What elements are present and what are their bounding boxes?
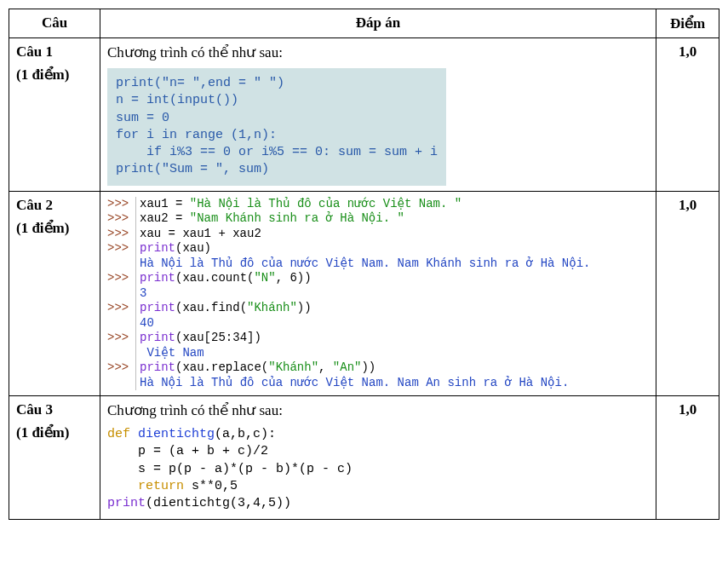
code-token: print	[140, 301, 175, 314]
code-token: print	[140, 360, 175, 374]
question-sub: (1 điểm)	[16, 66, 93, 84]
header-diem: Điểm	[656, 9, 719, 38]
question-title: Câu 2	[16, 197, 93, 214]
shell-prompt: >>>	[107, 301, 136, 316]
cell-answer: Chương trình có thể như sau: print("n= "…	[100, 38, 656, 192]
header-dapan: Đáp án	[100, 9, 656, 38]
cell-question-label: Câu 2 (1 điểm)	[9, 191, 100, 396]
shell-prompt	[107, 376, 136, 391]
question-title: Câu 1	[16, 43, 93, 61]
code-token: ,	[318, 360, 333, 374]
answer-table: Câu Đáp án Điểm Câu 1 (1 điểm) Chương tr…	[9, 9, 719, 520]
shell-line: >>>xau = xau1 + xau2	[107, 227, 649, 242]
shell-code: print(xau.count("N", 6))	[136, 271, 312, 286]
code-token: (xau[25:34])	[175, 331, 261, 344]
code-line: p = (a + b + c)/2	[107, 443, 649, 460]
code-token: print	[140, 241, 175, 255]
code-token: , 6))	[276, 271, 312, 285]
shell-code: Hà Nội là Thủ đô của nước Việt Nam. Nam …	[136, 376, 569, 391]
shell-code: xau = xau1 + xau2	[136, 227, 261, 242]
header-cau: Câu	[9, 9, 100, 38]
shell-code: 3	[136, 286, 146, 302]
question-sub: (1 điểm)	[16, 424, 93, 441]
cell-question-label: Câu 1 (1 điểm)	[9, 38, 100, 192]
code-line: print(dientichtg(3,4,5))	[107, 495, 649, 512]
shell-prompt	[107, 256, 136, 272]
code-token: dientichtg	[138, 427, 215, 441]
code-token: Việt Nam	[140, 346, 204, 360]
table-row: Câu 1 (1 điểm) Chương trình có thể như s…	[9, 38, 719, 192]
shell-code: print(xau.find("Khánh"))	[136, 301, 312, 316]
code-token: "Khánh"	[247, 301, 297, 314]
shell-prompt: >>>	[107, 360, 136, 376]
shell-prompt: >>>	[107, 197, 136, 212]
answer-intro: Chương trình có thể như sau:	[107, 401, 649, 419]
shell-line: >>>print(xau.replace("Khánh", "An"))	[107, 360, 649, 376]
python-shell-block: >>>xau1 = "Hà Nội là Thủ đô của nước Việ…	[107, 197, 649, 391]
code-token: print	[140, 271, 175, 285]
shell-code: xau1 = "Hà Nội là Thủ đô của nước Việt N…	[136, 197, 461, 212]
shell-line: Hà Nội là Thủ đô của nước Việt Nam. Nam …	[107, 376, 649, 391]
code-token: Hà Nội là Thủ đô của nước Việt Nam. Nam …	[140, 256, 591, 270]
shell-code: Việt Nam	[136, 346, 204, 361]
code-token: (xau.count(	[175, 271, 254, 285]
code-token: s = p(p - a)*(p - b)*(p - c)	[107, 462, 353, 476]
code-token: "N"	[254, 271, 275, 285]
code-token: s**0,5	[184, 479, 238, 493]
code-token: print	[107, 496, 146, 510]
code-token: xau = xau1 + xau2	[140, 227, 261, 240]
code-block: print("n= ",end = " ") n = int(input()) …	[107, 68, 446, 186]
table-row: Câu 2 (1 điểm) >>>xau1 = "Hà Nội là Thủ …	[9, 191, 719, 396]
shell-prompt: >>>	[107, 227, 136, 242]
shell-line: 40	[107, 316, 649, 331]
shell-line: >>>print(xau[25:34])	[107, 331, 649, 346]
shell-code: print(xau)	[136, 241, 211, 256]
code-token: (a,b,c):	[215, 427, 276, 441]
shell-prompt: >>>	[107, 331, 136, 346]
code-token: 3	[140, 286, 146, 300]
code-token: xau2 =	[140, 211, 190, 225]
code-token: "Khánh"	[268, 360, 318, 374]
cell-question-label: Câu 3 (1 điểm)	[9, 396, 100, 520]
shell-prompt	[107, 316, 136, 331]
shell-line: >>>xau1 = "Hà Nội là Thủ đô của nước Việ…	[107, 197, 649, 212]
code-line: def dientichtg(a,b,c):	[107, 426, 649, 443]
cell-score: 1,0	[656, 396, 719, 520]
shell-line: Hà Nội là Thủ đô của nước Việt Nam. Nam …	[107, 256, 649, 272]
shell-prompt: >>>	[107, 211, 136, 227]
code-line: return s**0,5	[107, 478, 649, 495]
code-token: (dientichtg(3,4,5))	[146, 496, 291, 510]
code-block: def dientichtg(a,b,c): p = (a + b + c)/2…	[107, 424, 649, 514]
shell-line: >>>print(xau.count("N", 6))	[107, 271, 649, 286]
code-token: (xau.replace(	[175, 360, 268, 374]
code-token: ))	[361, 360, 375, 374]
code-token: def	[107, 427, 130, 441]
code-token: "Nam Khánh sinh ra ở Hà Nội. "	[190, 211, 404, 225]
shell-line: Việt Nam	[107, 346, 649, 361]
question-sub: (1 điểm)	[16, 219, 93, 237]
table-row: Câu 3 (1 điểm) Chương trình có thể như s…	[9, 396, 719, 520]
shell-code: print(xau[25:34])	[136, 331, 261, 346]
cell-answer: Chương trình có thể như sau: def dientic…	[100, 396, 656, 520]
code-token: (xau.find(	[175, 301, 247, 314]
answer-intro: Chương trình có thể như sau:	[107, 43, 649, 61]
cell-score: 1,0	[656, 191, 719, 396]
code-token: xau1 =	[140, 197, 190, 210]
code-line: s = p(p - a)*(p - b)*(p - c)	[107, 461, 649, 478]
code-token: "Hà Nội là Thủ đô của nước Việt Nam. "	[190, 197, 461, 210]
shell-line: 3	[107, 286, 649, 302]
code-token: p = (a + b + c)/2	[107, 444, 268, 458]
code-token: Hà Nội là Thủ đô của nước Việt Nam. Nam …	[140, 376, 569, 389]
shell-code: print(xau.replace("Khánh", "An"))	[136, 360, 375, 376]
code-token: return	[138, 479, 184, 493]
shell-code: Hà Nội là Thủ đô của nước Việt Nam. Nam …	[136, 256, 591, 272]
code-token: 40	[140, 316, 154, 330]
code-token	[107, 479, 138, 493]
code-token: "An"	[333, 360, 362, 374]
shell-code: 40	[136, 316, 154, 331]
cell-score: 1,0	[656, 38, 719, 192]
question-title: Câu 3	[16, 401, 93, 418]
shell-line: >>>print(xau)	[107, 241, 649, 256]
shell-prompt: >>>	[107, 271, 136, 286]
shell-prompt: >>>	[107, 241, 136, 256]
